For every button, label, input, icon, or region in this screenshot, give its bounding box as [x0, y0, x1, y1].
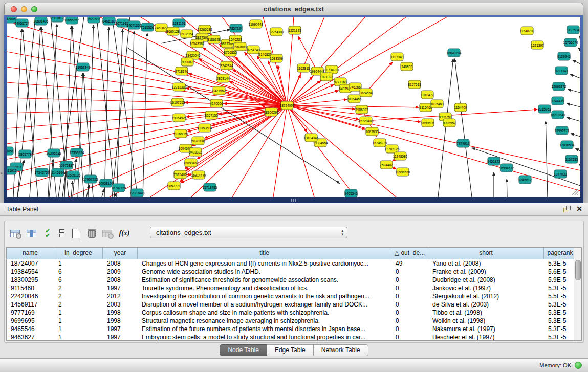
table-cell[interactable]: 6	[54, 268, 103, 276]
new-column-button[interactable]	[69, 227, 83, 240]
table-cell[interactable]: 5.9E-5	[544, 276, 577, 284]
table-cell[interactable]: 0	[391, 268, 428, 276]
table-cell[interactable]: 9699695	[7, 317, 54, 325]
table-cell[interactable]: Corpus callosum shape and size in male p…	[138, 309, 391, 317]
table-cell[interactable]: 0	[391, 292, 428, 300]
table-cell[interactable]: Hescheler et al. (1997)	[428, 333, 544, 341]
table-cell[interactable]: 1998	[103, 317, 138, 325]
column-header-year[interactable]: year	[103, 248, 138, 259]
table-cell[interactable]: 2	[54, 284, 103, 292]
table-cell[interactable]: Structural magnetic resonance image aver…	[138, 317, 391, 325]
float-panel-icon[interactable]	[563, 206, 571, 213]
table-cell[interactable]: 2	[54, 300, 103, 309]
column-header-short[interactable]: short	[428, 248, 544, 259]
table-row[interactable]: 977716911998Corpus callosum shape and si…	[7, 309, 581, 317]
network-canvas[interactable]: 2166052405572420691406238181210655257152…	[7, 17, 580, 197]
select-all-rows-button[interactable]: ✔✔	[40, 227, 55, 240]
table-cell[interactable]: 9777169	[7, 309, 54, 317]
table-cell[interactable]: Changes of HCN gene expression and I(f) …	[138, 259, 391, 268]
table-cell[interactable]: 1	[54, 317, 103, 325]
table-row[interactable]: 969969511998Structural magnetic resonanc…	[7, 317, 581, 325]
table-cell[interactable]: 19384554	[7, 268, 54, 276]
table-cell[interactable]: 1997	[103, 284, 138, 292]
table-cell[interactable]: 1	[54, 309, 103, 317]
table-cell[interactable]: 1	[54, 333, 103, 341]
table-cell[interactable]: Estimation of the future numbers of pati…	[138, 325, 391, 333]
table-cell[interactable]: Tourette syndrome. Phenomenology and cla…	[138, 284, 391, 292]
table-cell[interactable]: 5.3E-5	[544, 325, 577, 333]
table-cell[interactable]: 9465546	[7, 325, 54, 333]
table-cell[interactable]: 2003	[103, 300, 138, 309]
table-cell[interactable]: Embryonic stem cells: a model to study s…	[138, 333, 391, 341]
table-cell[interactable]: Nakamura et al. (1997)	[428, 325, 544, 333]
column-header-out_de[interactable]: △ out_de...	[391, 248, 428, 259]
table-row[interactable]: 946362711997Embryonic stem cells: a mode…	[7, 333, 581, 341]
table-cell[interactable]: 0	[391, 325, 428, 333]
table-cell[interactable]: 0	[391, 309, 428, 317]
table-cell[interactable]: 0	[391, 300, 428, 309]
table-row[interactable]: 1456911722003Disruption of a novel membe…	[7, 300, 581, 309]
table-cell[interactable]: 5.3E-5	[544, 284, 577, 292]
table-cell[interactable]: 9115460	[7, 284, 54, 292]
table-cell[interactable]: Yano et al. (2008)	[428, 259, 544, 268]
table-cell[interactable]: Dudbridge et al. (2008)	[428, 276, 544, 284]
table-cell[interactable]: 5.3E-5	[544, 317, 577, 325]
delete-column-button[interactable]	[84, 227, 99, 240]
table-row[interactable]: 1872400712008Changes of HCN gene express…	[7, 259, 581, 268]
table-cell[interactable]: 0	[391, 333, 428, 341]
table-cell[interactable]: 9463627	[7, 333, 54, 341]
table-row[interactable]: 946554611997Estimation of the future num…	[7, 325, 581, 333]
table-row[interactable]: 1938455462009Genome-wide association stu…	[7, 268, 581, 276]
table-cell[interactable]: 5.6E-5	[544, 268, 577, 276]
table-row[interactable]: 911546021997Tourette syndrome. Phenomeno…	[7, 284, 581, 292]
table-cell[interactable]: 18724007	[7, 259, 54, 268]
scrollbar-thumb[interactable]	[575, 260, 581, 280]
table-cell[interactable]: 1	[54, 325, 103, 333]
table-cell[interactable]: 5.3E-5	[544, 259, 577, 268]
table-row[interactable]: 1830029562008Estimation of significance …	[7, 276, 581, 284]
table-cell[interactable]: 2	[54, 292, 103, 300]
rows-button[interactable]	[55, 227, 69, 240]
table-cell[interactable]: 2008	[103, 276, 138, 284]
table-cell[interactable]: 14569117	[7, 300, 54, 309]
tab-node-table[interactable]: Node Table	[220, 344, 267, 356]
column-header-pagerank[interactable]: pagerank	[544, 248, 577, 259]
table-cell[interactable]: 2012	[103, 292, 138, 300]
table-cell[interactable]: 49	[391, 259, 428, 268]
tab-edge-table[interactable]: Edge Table	[267, 344, 314, 356]
table-cell[interactable]: Jankovic et al. (1997)	[428, 284, 544, 292]
vertical-scrollbar[interactable]	[574, 248, 581, 340]
table-cell[interactable]: 0	[391, 284, 428, 292]
import-table-button[interactable]	[100, 227, 114, 240]
table-row[interactable]: 2242004622012Investigating the contribut…	[7, 292, 581, 300]
table-cell[interactable]: 22420046	[7, 292, 54, 300]
table-cell[interactable]: 5.3E-5	[544, 300, 577, 309]
show-columns-button[interactable]	[24, 227, 38, 240]
column-header-title[interactable]: title	[138, 248, 391, 259]
table-cell[interactable]: Wolkin et al. (1998)	[428, 317, 544, 325]
window-titlebar[interactable]: citations_edges.txt	[4, 3, 583, 15]
table-cell[interactable]: 5.5E-5	[544, 292, 577, 300]
table-cell[interactable]: 5.3E-5	[544, 309, 577, 317]
table-cell[interactable]: Disruption of a novel member of a sodium…	[138, 300, 391, 309]
tab-network-table[interactable]: Network Table	[314, 344, 368, 356]
column-header-in_degree[interactable]: in_degree	[54, 248, 103, 259]
table-cell[interactable]: 0	[391, 317, 428, 325]
table-selector-dropdown[interactable]: citations_edges.txt ▴▾	[150, 227, 347, 238]
table-cell[interactable]: de Silva et al. (2003)	[428, 300, 544, 309]
table-cell[interactable]: 0	[391, 276, 428, 284]
table-cell[interactable]: Genome-wide association studies in ADHD.	[138, 268, 391, 276]
table-cell[interactable]: 1997	[103, 325, 138, 333]
table-cell[interactable]: Stergiakouli et al. (2012)	[428, 292, 544, 300]
table-cell[interactable]: 2009	[103, 268, 138, 276]
column-header-name[interactable]: name	[7, 248, 54, 259]
table-cell[interactable]: 18300295	[7, 276, 54, 284]
table-cell[interactable]: 1997	[103, 333, 138, 341]
table-cell[interactable]: 1998	[103, 309, 138, 317]
table-cell[interactable]: 2008	[103, 259, 138, 268]
table-cell[interactable]: Investigating the contribution of common…	[138, 292, 391, 300]
table-cell[interactable]: Tibbo et al. (1998)	[428, 309, 544, 317]
canvas-resize-grip-icon[interactable]	[572, 189, 578, 195]
table-cell[interactable]: Estimation of significance thresholds fo…	[138, 276, 391, 284]
table-cell[interactable]: 6	[54, 276, 103, 284]
